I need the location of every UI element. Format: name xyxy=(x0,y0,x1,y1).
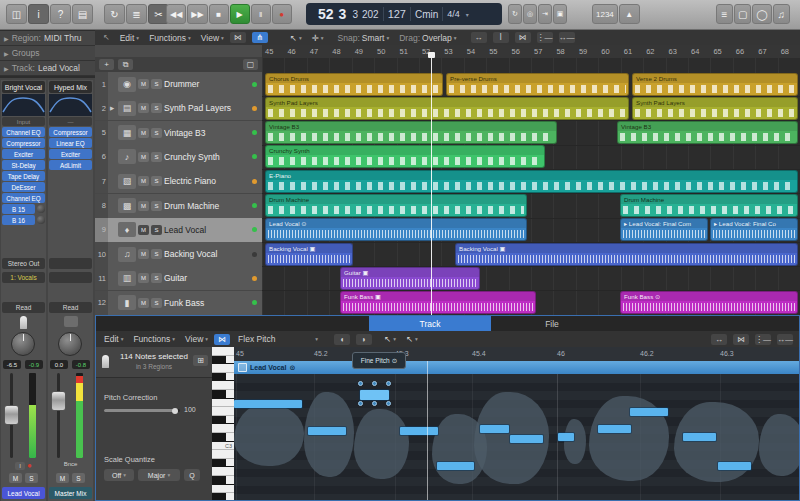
send-knob[interactable] xyxy=(37,216,45,224)
region-guitar[interactable]: Guitar ▣ xyxy=(340,267,480,290)
record-enable-button[interactable]: ● xyxy=(27,461,32,470)
track-solo-button[interactable]: S xyxy=(151,225,162,235)
track-mute-button[interactable]: M xyxy=(138,128,149,138)
group-slot[interactable] xyxy=(49,272,92,283)
rewind-button[interactable]: ◀◀ xyxy=(166,4,186,24)
region-vintage-b3[interactable]: Vintage B3 xyxy=(617,121,798,144)
group-slot[interactable]: 1: Vocals xyxy=(2,272,45,283)
cycle-mode-icon[interactable]: ↻ xyxy=(508,4,522,24)
track-row-crunchy-synth[interactable]: 6♪MSCrunchy Synth xyxy=(95,145,262,170)
flex-icon[interactable]: ⋈ xyxy=(214,334,230,345)
editor-menu-view[interactable]: View▾ xyxy=(185,334,208,344)
flex-note[interactable] xyxy=(480,425,509,433)
plugin-slot[interactable]: Channel EQ xyxy=(2,127,45,137)
strip-name-label[interactable]: Master Mix xyxy=(49,487,92,499)
quantize-button[interactable]: Q xyxy=(184,469,200,481)
pause-button[interactable]: ‖ xyxy=(251,4,271,24)
play-button[interactable]: ▶ xyxy=(230,4,250,24)
record-enable-row[interactable]: I● xyxy=(1,461,46,470)
region-crunchy-synth[interactable]: Crunchy Synth xyxy=(265,145,545,168)
inspector-row-region[interactable]: ▶Region:MIDI Thru xyxy=(0,31,95,46)
track-solo-button[interactable]: S xyxy=(151,176,162,186)
note-hotspot[interactable] xyxy=(358,401,363,406)
track-mute-button[interactable]: M xyxy=(138,176,149,186)
metronome-icon[interactable]: ▲ xyxy=(619,4,640,24)
track-solo-button[interactable]: S xyxy=(151,152,162,162)
fader-handle[interactable] xyxy=(51,391,66,411)
editor-beat-ruler[interactable]: 4545.245.345.44646.246.3 xyxy=(234,347,799,362)
grid-toggle-icon[interactable]: ⊞ xyxy=(193,355,208,366)
count-in-button[interactable]: 1234 xyxy=(592,4,618,24)
send-knob[interactable] xyxy=(37,205,45,213)
white-key[interactable] xyxy=(212,347,234,356)
black-key[interactable] xyxy=(212,416,234,425)
plugin-slot[interactable]: Tape Delay xyxy=(2,171,45,181)
inspector-row-groups[interactable]: ▶Groups xyxy=(0,46,95,61)
catch-icon[interactable]: ◖ xyxy=(334,334,350,345)
strip-name-label[interactable]: Lead Vocal xyxy=(2,487,45,499)
flex-note[interactable] xyxy=(308,427,346,435)
list-editors-icon[interactable]: ≡ xyxy=(716,4,733,24)
arrange-menu-edit[interactable]: Edit▾ xyxy=(120,33,139,43)
bar-ruler[interactable]: 4546474849505152535455565758596061626364… xyxy=(262,45,800,59)
track-row-backing-vocal[interactable]: 10♫MSBacking Vocal xyxy=(95,242,262,267)
white-key[interactable] xyxy=(212,424,234,433)
media-browser-icon[interactable]: ♫ xyxy=(773,4,790,24)
white-key[interactable] xyxy=(212,450,234,459)
track-row-funk-bass[interactable]: 12▮MSFunk Bass xyxy=(95,291,262,316)
fader-handle[interactable] xyxy=(4,405,19,425)
white-key[interactable] xyxy=(212,364,234,373)
flex-note[interactable] xyxy=(510,435,543,443)
track-disclosure-icon[interactable]: ▶ xyxy=(108,105,116,111)
black-key[interactable] xyxy=(212,373,234,382)
strip-setting-button[interactable]: Bright Vocal xyxy=(2,81,45,93)
track-solo-button[interactable]: S xyxy=(151,201,162,211)
black-key[interactable] xyxy=(212,459,234,468)
flex-note[interactable] xyxy=(558,433,574,441)
white-key[interactable] xyxy=(212,407,234,416)
collapse-icon[interactable]: ⋈ xyxy=(515,32,531,43)
plugin-slot[interactable]: Linear EQ xyxy=(49,138,92,148)
solo-button[interactable]: S xyxy=(72,473,85,483)
send-slot[interactable]: B 15 xyxy=(2,204,45,214)
track-solo-button[interactable]: S xyxy=(151,103,162,113)
track-mute-button[interactable]: M xyxy=(138,225,149,235)
secondary-tool-selector[interactable]: ✛▾ xyxy=(312,33,324,43)
white-key[interactable] xyxy=(212,399,234,408)
mute-button[interactable]: M xyxy=(56,473,69,483)
flex-pitch-area[interactable]: 4545.245.345.44646.246.3 Lead Vocal ⊙ Fi… xyxy=(234,347,799,500)
black-key[interactable] xyxy=(212,390,234,399)
library-icon[interactable]: ◫ xyxy=(6,4,27,24)
inspector-icon[interactable]: i xyxy=(28,4,49,24)
track-mute-button[interactable]: M xyxy=(138,103,149,113)
editor-collapse-icon[interactable]: ⋈ xyxy=(733,334,749,345)
region-funk-bass[interactable]: Funk Bass ⊙ xyxy=(620,291,798,314)
plugin-slot[interactable]: DeEsser xyxy=(2,182,45,192)
track-solo-button[interactable]: S xyxy=(151,249,162,259)
region-lead-vocal[interactable]: Lead Vocal ⊙ xyxy=(265,218,527,241)
catch-playhead-icon[interactable]: ↔ xyxy=(471,32,487,43)
note-hotspot[interactable] xyxy=(386,401,391,406)
arrange-menu-view[interactable]: View▾ xyxy=(201,33,224,43)
note-hotspot[interactable] xyxy=(372,381,377,386)
track-mute-button[interactable]: M xyxy=(138,249,149,259)
track-row-electric-piano[interactable]: 7▧MSElectric Piano xyxy=(95,169,262,194)
region-vintage-b3[interactable]: Vintage B3 xyxy=(265,121,557,144)
browsers-icon[interactable]: ▢ xyxy=(734,4,751,24)
region-funk-bass[interactable]: Funk Bass ▣ xyxy=(340,291,536,314)
flex-note[interactable] xyxy=(598,425,631,433)
region-e-piano[interactable]: E-Piano xyxy=(265,170,798,193)
scroll-in-play-icon[interactable]: ◗ xyxy=(356,334,372,345)
eq-thumbnail[interactable] xyxy=(49,94,92,116)
mixer-icon[interactable]: ≣ xyxy=(126,4,147,24)
track-mute-button[interactable]: M xyxy=(138,201,149,211)
region-backing-vocal[interactable]: Backing Vocal ▣ xyxy=(265,243,353,266)
bounce-button[interactable]: Bnce xyxy=(48,461,93,467)
quick-help-icon[interactable]: ? xyxy=(50,4,71,24)
track-row-drum-machine[interactable]: 8▩MSDrum Machine xyxy=(95,194,262,219)
scale-root-select[interactable]: Off▾ xyxy=(104,469,134,481)
black-key[interactable] xyxy=(212,493,234,500)
pointer-tool-icon[interactable]: ↖ xyxy=(103,33,110,42)
solo-mode-icon[interactable]: ▣ xyxy=(553,4,568,24)
record-button[interactable]: ● xyxy=(272,4,292,24)
